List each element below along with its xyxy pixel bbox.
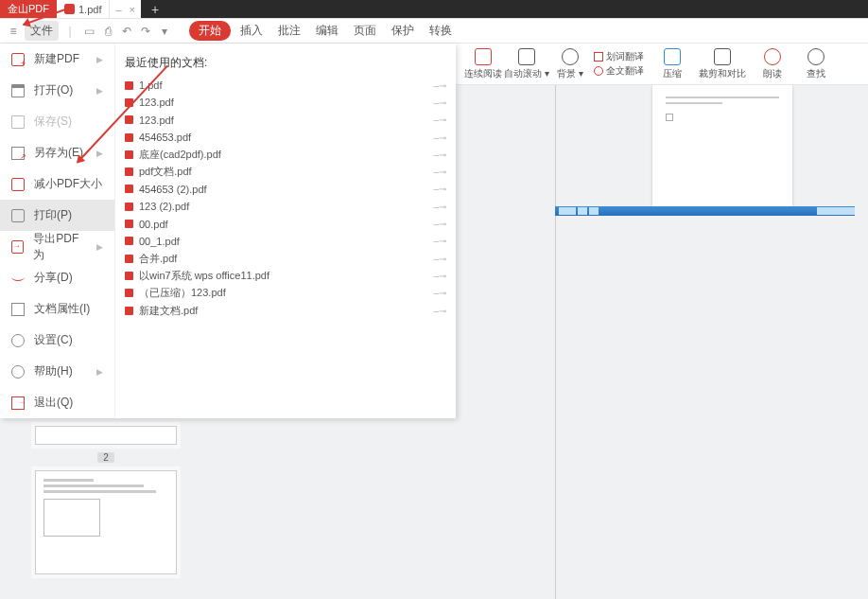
recent-document-0[interactable]: 1.pdf–⊸ — [125, 77, 446, 94]
pdf-dot-icon — [125, 237, 133, 245]
thumbnail-page-2[interactable] — [35, 470, 177, 574]
recent-document-11[interactable]: 以win7系统 wps office11.pdf–⊸ — [125, 267, 446, 284]
recent-document-name: 合并.pdf — [139, 252, 177, 266]
file-menu-item-10[interactable]: 帮助(H)▶ — [0, 356, 114, 387]
file-menu-item-1[interactable]: 打开(O)▶ — [0, 75, 114, 106]
ribbon-word-translate[interactable]: 划词翻译 — [594, 50, 649, 63]
recent-document-3[interactable]: 454653.pdf–⊸ — [125, 129, 446, 146]
recent-document-2[interactable]: 123.pdf–⊸ — [125, 112, 446, 129]
file-menu-item-6[interactable]: 导出PDF为▶ — [0, 231, 114, 262]
ribbon-continuous-read[interactable]: 连续阅读 — [463, 48, 503, 80]
ribbon-compress[interactable]: 压缩 — [652, 48, 692, 80]
file-menu-item-label: 文档属性(I) — [34, 301, 90, 317]
title-bar: 金山PDF 1.pdf – × + — [0, 0, 868, 19]
recent-document-5[interactable]: pdf文档.pdf–⊸ — [125, 163, 446, 180]
file-menu-item-4[interactable]: 减小PDF大小 — [0, 168, 114, 200]
file-menu-item-9[interactable]: 设置(C) — [0, 325, 114, 356]
file-menu-item-8[interactable]: 文档属性(I) — [0, 293, 114, 325]
pin-icon[interactable]: –⊸ — [433, 97, 446, 108]
recent-document-10[interactable]: 合并.pdf–⊸ — [125, 250, 446, 267]
undo-icon[interactable]: ↶ — [119, 25, 134, 38]
menu-start[interactable]: 开始 — [189, 21, 231, 41]
thumbnail-page-1[interactable] — [35, 426, 177, 445]
recent-document-13[interactable]: 新建文档.pdf–⊸ — [125, 302, 446, 319]
recent-document-4[interactable]: 底座(cad2pdf).pdf–⊸ — [125, 146, 446, 163]
menu-page[interactable]: 页面 — [348, 21, 382, 41]
speak-icon — [764, 48, 781, 65]
file-menu-item-5[interactable]: 打印(P) — [0, 200, 114, 231]
thumbnail-page-number-2: 2 — [97, 452, 114, 463]
pin-icon[interactable]: –⊸ — [433, 288, 446, 298]
continuous-read-icon — [475, 48, 492, 65]
pin-icon[interactable]: –⊸ — [433, 202, 446, 212]
ribbon-auto-scroll[interactable]: 自动滚动 ▾ — [507, 48, 547, 80]
ribbon-background[interactable]: 背景 ▾ — [550, 48, 590, 80]
ribbon-full-translate[interactable]: 全文翻译 — [594, 64, 649, 78]
menu-convert[interactable]: 转换 — [424, 21, 458, 41]
ico-reduce-icon — [11, 178, 25, 191]
pdf-dot-icon — [125, 115, 133, 124]
menu-insert[interactable]: 插入 — [234, 21, 269, 41]
pdf-dot-icon — [125, 185, 133, 193]
file-menu-item-2[interactable]: 保存(S) — [0, 106, 114, 137]
file-menu-list: 新建PDF▶打开(O)▶保存(S)另存为(E)▶减小PDF大小打印(P)导出PD… — [0, 44, 115, 418]
redo-icon[interactable]: ↷ — [138, 25, 153, 38]
recent-documents-panel: 最近使用的文档: 1.pdf–⊸123.pdf–⊸123.pdf–⊸454653… — [115, 44, 456, 418]
crop-icon — [714, 48, 731, 65]
recent-document-12[interactable]: （已压缩）123.pdf–⊸ — [125, 285, 446, 302]
recent-document-6[interactable]: 454653 (2).pdf–⊸ — [125, 181, 446, 198]
pin-icon[interactable]: –⊸ — [433, 150, 446, 160]
recent-document-name: 454653 (2).pdf — [139, 184, 207, 195]
pin-icon[interactable]: –⊸ — [433, 254, 446, 264]
ico-exit-icon — [11, 396, 25, 410]
ico-save-icon — [11, 115, 25, 129]
pin-icon[interactable]: –⊸ — [433, 167, 446, 177]
ico-open-icon — [11, 84, 25, 97]
ico-saveas-icon — [11, 147, 25, 160]
pin-icon[interactable]: –⊸ — [433, 132, 446, 143]
file-menu-item-7[interactable]: 分享(D) — [0, 262, 114, 293]
file-menu-item-0[interactable]: 新建PDF▶ — [0, 44, 114, 75]
background-icon — [562, 48, 579, 65]
word-translate-icon — [594, 52, 603, 62]
chevron-right-icon: ▶ — [96, 242, 103, 252]
menu-protect[interactable]: 保护 — [386, 21, 420, 41]
menu-bar: ≡ 文件 | ▭ ⎙ ↶ ↷ ▾ 开始 插入 批注 编辑 页面 保护 转换 — [0, 19, 868, 44]
embedded-taskbar — [555, 206, 868, 216]
pin-icon[interactable]: –⊸ — [433, 219, 446, 229]
minimize-button[interactable]: – — [115, 4, 121, 15]
open-icon[interactable]: ▭ — [81, 25, 96, 38]
file-menu-item-label: 设置(C) — [34, 332, 73, 348]
recent-document-7[interactable]: 123 (2).pdf–⊸ — [125, 198, 446, 215]
new-tab-button[interactable]: + — [141, 0, 169, 18]
recent-document-1[interactable]: 123.pdf–⊸ — [125, 94, 446, 111]
vertical-scrollbar[interactable] — [855, 85, 868, 599]
pin-icon[interactable]: –⊸ — [433, 115, 446, 125]
pin-icon[interactable]: –⊸ — [433, 80, 446, 91]
more-icon[interactable]: ▾ — [157, 25, 172, 38]
ico-export-icon — [11, 240, 24, 254]
pin-icon[interactable]: –⊸ — [433, 236, 446, 246]
ico-share-icon — [11, 274, 25, 281]
menu-edit[interactable]: 编辑 — [310, 21, 344, 41]
file-menu-item-label: 打印(P) — [34, 207, 72, 223]
file-menu-item-11[interactable]: 退出(Q) — [0, 387, 114, 418]
chevron-right-icon: ▶ — [96, 86, 103, 96]
recent-document-name: （已压缩）123.pdf — [139, 286, 226, 300]
ribbon-speak[interactable]: 朗读 — [753, 48, 792, 80]
ico-set-icon — [11, 334, 25, 347]
menu-annotate[interactable]: 批注 — [272, 21, 306, 41]
ribbon-find[interactable]: 查找 — [796, 48, 836, 80]
pin-icon[interactable]: –⊸ — [433, 306, 446, 316]
pin-icon[interactable]: –⊸ — [433, 184, 446, 194]
ico-prop-icon — [11, 303, 25, 316]
print-icon[interactable]: ⎙ — [100, 25, 115, 38]
file-menu-item-label: 退出(Q) — [34, 395, 73, 411]
ribbon-crop-compare[interactable]: 裁剪和对比 — [696, 48, 749, 80]
recent-document-name: 123 (2).pdf — [139, 201, 189, 212]
pin-icon[interactable]: –⊸ — [433, 271, 446, 281]
recent-document-8[interactable]: 00.pdf–⊸ — [125, 215, 446, 232]
ico-new-icon — [11, 53, 25, 66]
recent-document-9[interactable]: 00_1.pdf–⊸ — [125, 233, 446, 250]
close-button[interactable]: × — [130, 4, 135, 15]
